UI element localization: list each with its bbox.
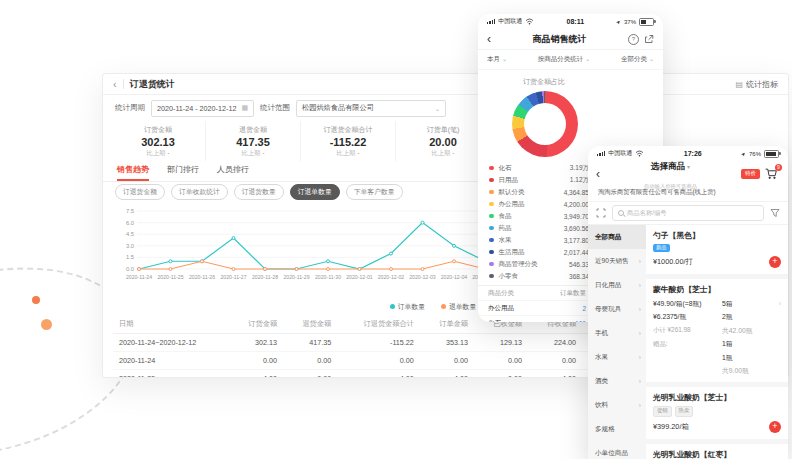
promo-badge[interactable]: 特价 <box>741 169 760 179</box>
detail-right: 5箱 <box>722 299 774 309</box>
sidebar-item-多规格[interactable]: 多规格 <box>588 417 646 441</box>
donut-chart <box>512 91 578 157</box>
date-range-input[interactable]: 2020-11-24 - 2020-12-12 ▦ <box>151 100 254 117</box>
sidebar-item-label: 近90天销售 <box>595 257 629 266</box>
svg-text:2020-11-27: 2020-11-27 <box>220 274 246 280</box>
legend-dot <box>390 304 395 309</box>
cart-button[interactable]: 9 <box>764 167 780 181</box>
table-cell: 0.00 <box>337 352 420 370</box>
product-item[interactable]: 光明乳业酸奶【红枣】促销热卖赠品 <box>653 444 781 459</box>
search-input[interactable]: 商品名称/编号 <box>612 205 764 221</box>
share-icon[interactable] <box>644 34 654 44</box>
product-detail-row: 1瓶 <box>653 353 781 363</box>
calendar-icon: ▦ <box>241 104 248 112</box>
filter-funnel-icon[interactable] <box>770 208 780 218</box>
status-bar: 中国联通 08:11 ➤ 37% <box>478 14 663 29</box>
metric-pill[interactable]: 订退单数量 <box>290 184 340 200</box>
tab-销售趋势[interactable]: 销售趋势 <box>117 164 149 181</box>
add-to-cart-button[interactable]: + <box>769 256 781 268</box>
legend-value: 368.34 <box>569 273 589 280</box>
location-icon: ➤ <box>615 18 623 26</box>
sidebar-item-母婴玩具[interactable]: 母婴玩具› <box>588 297 646 321</box>
filter-group-by[interactable]: 按商品分类统计⌄ <box>538 55 591 64</box>
stat-card: 退货金额417.35比上期- <box>206 121 301 161</box>
sidebar-item-label: 全部商品 <box>595 233 621 242</box>
filter-category[interactable]: 全部分类⌄ <box>621 55 654 64</box>
metric-pill[interactable]: 订单收款统计 <box>171 184 228 200</box>
legend-value: 1.12万 <box>570 176 589 185</box>
location-icon: ➤ <box>740 150 748 158</box>
add-to-cart-button[interactable]: + <box>769 421 781 433</box>
legend-value: 3.19万 <box>570 164 589 173</box>
svg-text:2020-12-02: 2020-12-02 <box>378 274 405 280</box>
sidebar-item-label: 日化用品 <box>595 281 621 290</box>
sidebar-item-饮料[interactable]: 饮料› <box>588 393 646 417</box>
wifi-icon <box>525 18 534 25</box>
chevron-right-icon: › <box>639 282 641 289</box>
chevron-right-icon[interactable]: › <box>774 300 781 307</box>
table-cell: -115.22 <box>337 334 420 352</box>
sidebar-item-酒类[interactable]: 酒类› <box>588 369 646 393</box>
stats-indicator-button[interactable]: ▤ 统计指标 <box>735 79 778 90</box>
legend-item[interactable]: 退单数量 <box>441 302 476 312</box>
screen-title-block[interactable]: 选择商品▾ 自动输入价格可选商品 <box>604 155 737 192</box>
table-cell: 0.00 <box>283 352 337 370</box>
scope-select[interactable]: 松园烘焙食品有限公司 ⌄ <box>296 100 446 117</box>
metric-pill[interactable]: 订退货金额 <box>115 184 165 200</box>
stat-compare: 比上期- <box>147 149 170 158</box>
legend-dot <box>489 274 494 279</box>
screen-title: 商品销售统计 <box>496 33 623 46</box>
product-item[interactable]: 勺子【黑色】新品¥1000.00/打+ <box>653 225 781 274</box>
legend-label: 水果 <box>499 236 512 245</box>
legend-label: 药品 <box>499 224 512 233</box>
stat-card: 订货金额302.13比上期- <box>111 121 206 161</box>
product-item[interactable]: 光明乳业酸奶【芝士】促销热卖¥399.20/箱+ <box>653 387 781 438</box>
sidebar-item-日化用品[interactable]: 日化用品› <box>588 273 646 297</box>
stat-value: 20.00 <box>429 136 457 148</box>
tab-人员排行[interactable]: 人员排行 <box>217 164 249 181</box>
tab-部门排行[interactable]: 部门排行 <box>167 164 199 181</box>
sidebar-item-小单位商品[interactable]: 小单位商品 <box>588 441 646 459</box>
scope-value: 松园烘焙食品有限公司 <box>302 103 374 113</box>
svg-text:4.5: 4.5 <box>126 231 134 237</box>
product-detail-row: ¥49.90/箱(=8瓶)5箱› <box>653 299 781 309</box>
detail-right: 1箱 <box>722 339 774 349</box>
help-icon[interactable]: ? <box>628 34 639 45</box>
legend-label: 退单数量 <box>449 303 476 310</box>
battery-percent: 37% <box>624 19 636 25</box>
filter-month[interactable]: 本月⌄ <box>487 55 507 64</box>
scan-icon[interactable] <box>596 208 606 218</box>
product-item[interactable]: 蒙牛酸奶【芝士】¥49.90/箱(=8瓶)5箱›¥6.2375/瓶2瓶小计 ¥2… <box>653 279 781 382</box>
legend-dot <box>489 214 494 219</box>
legend-dot <box>489 250 494 255</box>
back-icon[interactable]: ‹ <box>596 168 600 180</box>
svg-text:0.0: 0.0 <box>126 266 134 272</box>
svg-text:2020-11-28: 2020-11-28 <box>252 274 278 280</box>
filter-bar: 统计周期 2020-11-24 - 2020-12-12 ▦ 统计范围 松园烘焙… <box>103 95 788 121</box>
stat-value: 417.35 <box>236 136 270 148</box>
metric-pill[interactable]: 订退货数量 <box>234 184 284 200</box>
detail-right: 共42.00瓶 <box>722 326 774 336</box>
supplier-notice: 淘淘乐商贸有限责任公司可售商品(线上货) <box>588 186 788 202</box>
legend-item[interactable]: 订单数量 <box>390 302 425 312</box>
period-label: 统计周期 <box>115 103 145 113</box>
product-tags: 新品 <box>653 244 781 253</box>
cell-order-qty[interactable]: 2 <box>546 305 586 312</box>
product-price-row: ¥399.20/箱+ <box>653 421 781 433</box>
sidebar-item-近90天销售[interactable]: 近90天销售› <box>588 249 646 273</box>
table-cell: 4.00 <box>528 370 582 379</box>
chevron-right-icon: › <box>639 354 641 361</box>
chevron-down-icon: ⌄ <box>435 105 440 112</box>
stat-label: 订退货金额合计 <box>324 125 373 135</box>
table-cell: 0.00 <box>283 370 337 379</box>
legend-dot <box>489 226 494 231</box>
metric-pill[interactable]: 下单客户数量 <box>346 184 403 200</box>
sidebar-item-手机[interactable]: 手机› <box>588 321 646 345</box>
composite-screenshot: ‹ 订退货统计 ▤ 统计指标 统计周期 2020-11-24 - 2020-12… <box>0 0 792 459</box>
back-icon[interactable]: ‹ <box>487 33 491 45</box>
cell-order-qty[interactable]: 100 <box>546 320 586 323</box>
sidebar-item-全部商品[interactable]: 全部商品 <box>588 225 646 249</box>
sidebar-item-水果[interactable]: 水果› <box>588 345 646 369</box>
decorative-dot-small <box>32 296 40 304</box>
back-icon[interactable]: ‹ <box>113 79 117 90</box>
